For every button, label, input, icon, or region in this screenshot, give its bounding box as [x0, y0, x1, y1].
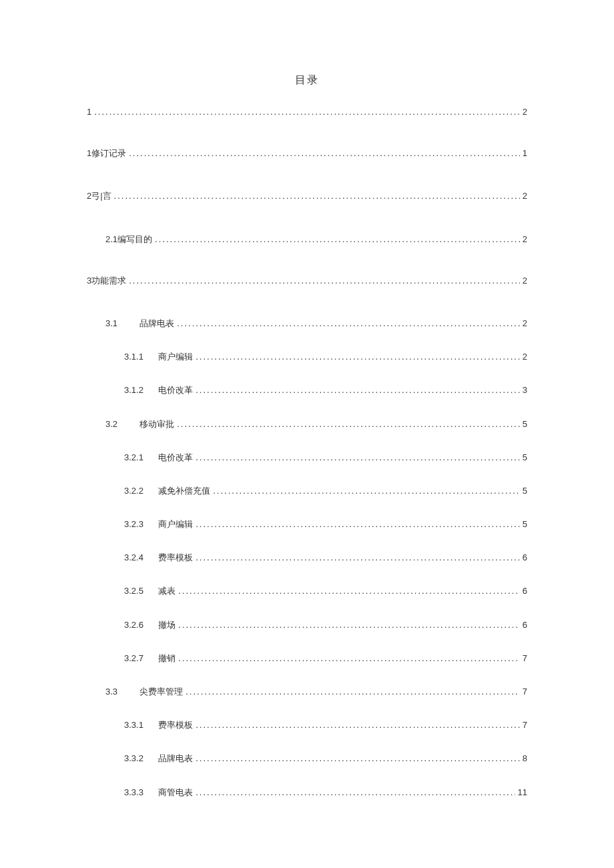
toc-entry-label: 3.2.4 费率模板 — [124, 552, 193, 564]
toc-entry[interactable]: 3.3 尖费率管理7 — [87, 686, 527, 698]
toc-entry-label: 3.2.3 商户编辑 — [124, 518, 193, 530]
toc-entry-label: 3.2.6 撤场 — [124, 619, 176, 631]
toc-entry-title: 品牌电表 — [158, 753, 193, 763]
toc-entry-number: 3.3 — [105, 686, 135, 698]
toc-entry[interactable]: 2.1编写目的2 — [87, 234, 527, 246]
toc-entry[interactable]: 3.3.1 费率模板7 — [87, 719, 527, 731]
toc-leader-dots — [129, 275, 520, 287]
toc-entry-title: 费率模板 — [158, 552, 193, 562]
toc-entry-label: 3.3.3 商管电表 — [124, 787, 193, 799]
toc-entry-number: 3.3.3 — [124, 787, 154, 799]
toc-entry-page: 2 — [523, 190, 527, 202]
toc-entry-label: 2.1编写目的 — [105, 234, 152, 246]
toc-entry[interactable]: 2弓|言2 — [87, 190, 527, 202]
toc-entry-number: 3.2.3 — [124, 518, 154, 530]
toc-entry-title: 2.1编写目的 — [105, 234, 152, 244]
toc-entry[interactable]: 3.1.2 电价改革3 — [87, 384, 527, 396]
toc-entry-label: 3功能需求 — [87, 275, 126, 287]
toc-entry-title: 电价改革 — [158, 385, 193, 395]
toc-leader-dots — [155, 234, 520, 246]
toc-entry-title: 减表 — [158, 586, 176, 596]
toc-entry-title: 减免补偿充值 — [158, 486, 210, 496]
toc-entry-title: 3功能需求 — [87, 276, 126, 286]
toc-container: 121修订记录12弓|言22.1编写目的23功能需求23.1 品牌电表23.1.… — [87, 106, 527, 799]
toc-entry[interactable]: 3.2.4 费率模板6 — [87, 552, 527, 564]
toc-entry-title: 2弓|言 — [87, 191, 111, 201]
toc-entry[interactable]: 3.2.1 电价改革5 — [87, 452, 527, 464]
toc-leader-dots — [196, 552, 520, 564]
toc-entry-page: 1 — [523, 147, 527, 159]
toc-entry-page: 3 — [523, 384, 527, 396]
toc-leader-dots — [178, 585, 520, 597]
toc-leader-dots — [177, 418, 520, 430]
toc-entry-title: 费率模板 — [158, 720, 193, 730]
toc-entry-number: 3.2.6 — [124, 619, 154, 631]
toc-leader-dots — [196, 384, 520, 396]
toc-leader-dots — [114, 190, 520, 202]
toc-entry[interactable]: 3.1 品牌电表2 — [87, 318, 527, 330]
toc-entry-title: 商户编辑 — [158, 519, 193, 529]
toc-entry-page: 5 — [523, 485, 527, 497]
toc-entry-number: 3.3.2 — [124, 753, 154, 765]
toc-entry-label: 3.2.5 减表 — [124, 585, 176, 597]
toc-entry-number: 3.2.7 — [124, 653, 154, 665]
toc-entry-label: 3.1.1 商户编辑 — [124, 351, 193, 363]
toc-entry[interactable]: 3.3.2 品牌电表8 — [87, 753, 527, 765]
toc-entry-page: 7 — [523, 719, 527, 731]
toc-entry-page: 2 — [523, 351, 527, 363]
toc-leader-dots — [178, 619, 520, 631]
toc-entry-label: 3.1.2 电价改革 — [124, 384, 193, 396]
toc-entry-label: 3.2.7 撤销 — [124, 653, 176, 665]
toc-entry[interactable]: 3功能需求2 — [87, 275, 527, 287]
toc-entry-page: 6 — [523, 585, 527, 597]
toc-leader-dots — [177, 318, 520, 330]
toc-entry[interactable]: 3.3.3 商管电表11 — [87, 787, 527, 799]
toc-entry-title: 撤场 — [158, 620, 176, 630]
toc-entry-title: 商户编辑 — [158, 352, 193, 362]
toc-entry-title: 电价改革 — [158, 452, 193, 462]
toc-leader-dots — [129, 147, 520, 159]
toc-entry-title: 移动审批 — [139, 419, 174, 429]
toc-entry[interactable]: 3.2 移动审批5 — [87, 418, 527, 430]
toc-entry[interactable]: 3.1.1 商户编辑2 — [87, 351, 527, 363]
toc-entry-label: 1 — [87, 106, 91, 118]
toc-entry-page: 6 — [523, 619, 527, 631]
toc-entry-number: 3.1 — [105, 318, 135, 330]
toc-entry-page: 2 — [523, 234, 527, 246]
toc-leader-dots — [196, 518, 520, 530]
toc-entry-title: 品牌电表 — [139, 318, 174, 328]
toc-entry[interactable]: 1修订记录1 — [87, 147, 527, 159]
toc-entry-title: 撤销 — [158, 653, 176, 663]
toc-entry-page: 8 — [523, 753, 527, 765]
toc-leader-dots — [196, 351, 520, 363]
toc-entry-label: 3.3.2 品牌电表 — [124, 753, 193, 765]
toc-entry[interactable]: 3.2.5 减表6 — [87, 585, 527, 597]
toc-entry-label: 3.2.2 减免补偿充值 — [124, 485, 210, 497]
toc-entry-label: 3.1 品牌电表 — [105, 318, 174, 330]
toc-entry-title: 尖费率管理 — [139, 687, 183, 697]
toc-entry-number: 3.3.1 — [124, 719, 154, 731]
toc-entry-label: 3.3.1 费率模板 — [124, 719, 193, 731]
toc-entry-page: 6 — [523, 552, 527, 564]
toc-leader-dots — [178, 653, 520, 665]
toc-entry-page: 5 — [523, 418, 527, 430]
toc-entry-label: 2弓|言 — [87, 190, 111, 202]
toc-entry-number: 3.1.1 — [124, 351, 154, 363]
toc-entry-page: 2 — [523, 275, 527, 287]
toc-entry[interactable]: 3.2.6 撤场6 — [87, 619, 527, 631]
toc-leader-dots — [213, 485, 520, 497]
toc-entry[interactable]: 3.2.2 减免补偿充值5 — [87, 485, 527, 497]
toc-entry-number: 3.2 — [105, 418, 135, 430]
toc-entry[interactable]: 3.2.7 撤销7 — [87, 653, 527, 665]
toc-leader-dots — [196, 452, 520, 464]
toc-entry-number: 3.2.1 — [124, 452, 154, 464]
toc-entry-page: 5 — [523, 518, 527, 530]
toc-leader-dots — [196, 719, 520, 731]
toc-entry-label: 3.2 移动审批 — [105, 418, 174, 430]
toc-entry[interactable]: 3.2.3 商户编辑5 — [87, 518, 527, 530]
toc-entry-title: 1修订记录 — [87, 148, 126, 158]
toc-entry[interactable]: 12 — [87, 106, 527, 118]
toc-entry-label: 3.3 尖费率管理 — [105, 686, 183, 698]
toc-leader-dots — [196, 787, 515, 799]
toc-entry-title: 商管电表 — [158, 787, 193, 797]
